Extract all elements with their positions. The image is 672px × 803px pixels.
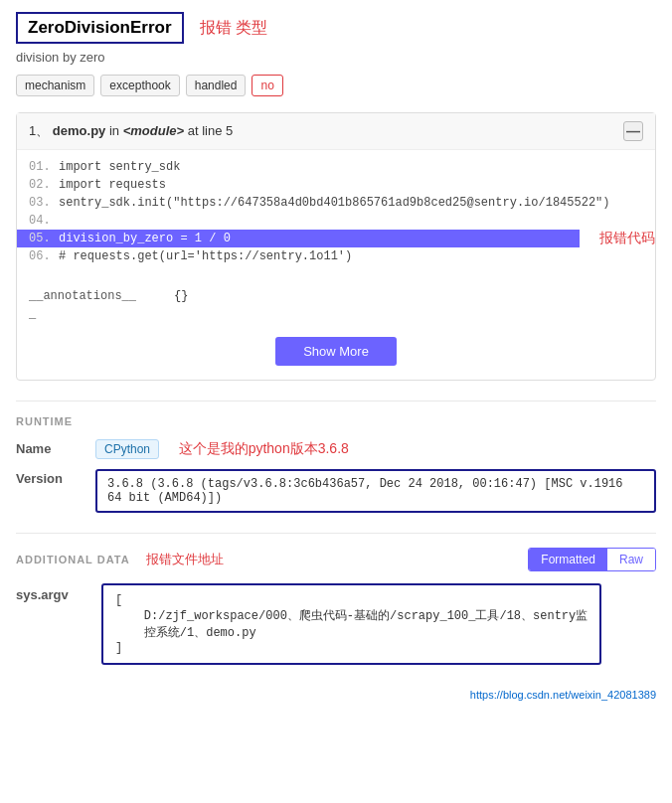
handled-tag[interactable]: handled	[186, 75, 247, 96]
trace-index: 1、	[29, 123, 49, 138]
sysargv-line1: [	[115, 593, 588, 607]
tags-row: mechanism excepthook handled no	[16, 75, 656, 96]
additional-annotation: 报错文件地址	[146, 551, 224, 568]
code-line-02: 02. import requests	[17, 176, 655, 194]
formatted-button[interactable]: Formatted	[529, 549, 607, 570]
code-line-03: 03. sentry_sdk.init("https://647358a4d0b…	[17, 194, 655, 212]
code-line-06: 06. # requests.get(url='https://sentry.1…	[17, 247, 655, 265]
line-num-03: 03.	[29, 196, 59, 210]
sysargv-line2: D:/zjf_workspace/000、爬虫代码-基础的/scrapy_100…	[115, 607, 588, 624]
error-code-annotation: 报错代码	[599, 230, 655, 247]
annotations-value: {}	[174, 289, 188, 303]
line-content-05: division_by_zero = 1 / 0	[59, 232, 231, 245]
collapse-button[interactable]: —	[623, 121, 643, 141]
trace-filename: demo.py	[53, 123, 105, 138]
error-title: ZeroDivisionError	[16, 12, 184, 44]
trace-in: in	[109, 123, 123, 138]
additional-data-header: ADDITIONAL DATA 报错文件地址 Formatted Raw	[16, 548, 656, 571]
annotations-var: __annotations__ {}	[29, 287, 643, 305]
handled-value: no	[252, 75, 282, 96]
underscore-var: _	[29, 305, 643, 323]
runtime-name-row: Name CPython 这个是我的python版本3.6.8	[16, 439, 656, 459]
runtime-name-label: Name	[16, 439, 95, 456]
line-num-05: 05.	[29, 232, 59, 245]
sysargv-label: sys.argv	[16, 583, 85, 602]
trace-at-line: at line	[188, 123, 226, 138]
line-num-02: 02.	[29, 178, 59, 192]
trace-header-text: 1、 demo.py in <module> at line 5	[29, 122, 233, 140]
trace-header: 1、 demo.py in <module> at line 5 —	[17, 113, 655, 150]
runtime-section: RUNTIME Name CPython 这个是我的python版本3.6.8 …	[16, 401, 656, 513]
underscore-name: _	[29, 307, 158, 321]
code-variables: __annotations__ {} _	[17, 281, 655, 327]
footer-url: https://blog.csdn.net/weixin_42081389	[470, 689, 656, 701]
trace-card: 1、 demo.py in <module> at line 5 — 01. i…	[16, 112, 656, 381]
code-area: 01. import sentry_sdk 02. import request…	[17, 150, 655, 273]
runtime-name-value-container: CPython 这个是我的python版本3.6.8	[95, 439, 656, 459]
additional-header-left: ADDITIONAL DATA 报错文件地址	[16, 551, 224, 568]
line-num-01: 01.	[29, 160, 59, 174]
annotations-name: __annotations__	[29, 289, 158, 303]
mechanism-tag[interactable]: mechanism	[16, 75, 94, 96]
runtime-version-row: Version 3.6.8 (3.6.8 (tags/v3.6.8:3c6b43…	[16, 469, 656, 513]
line-content-03: sentry_sdk.init("https://647358a4d0bd401…	[59, 196, 610, 210]
additional-divider	[16, 533, 656, 534]
trace-module: <module>	[123, 123, 184, 138]
raw-button[interactable]: Raw	[607, 549, 655, 570]
page-footer: https://blog.csdn.net/weixin_42081389	[16, 685, 656, 701]
excepthook-tag[interactable]: excepthook	[100, 75, 179, 96]
line-num-06: 06.	[29, 249, 59, 263]
line-content-01: import sentry_sdk	[59, 160, 180, 174]
format-toggle: Formatted Raw	[528, 548, 656, 571]
additional-section-title: ADDITIONAL DATA	[16, 554, 130, 565]
show-more-container: Show More	[17, 327, 655, 380]
runtime-version-box: 3.6.8 (3.6.8 (tags/v3.6.8:3c6b436a57, De…	[95, 469, 656, 513]
line-content-06: # requests.get(url='https://sentry.1o11'…	[59, 249, 352, 263]
trace-line-number: 5	[226, 123, 233, 138]
line-content-02: import requests	[59, 178, 166, 192]
show-more-button[interactable]: Show More	[275, 337, 397, 366]
runtime-version-value-container: 3.6.8 (3.6.8 (tags/v3.6.8:3c6b436a57, De…	[95, 469, 656, 513]
error-type-label: 报错 类型	[200, 18, 267, 39]
sysargv-line3: 控系统/1、demo.py	[115, 624, 588, 641]
code-line-01: 01. import sentry_sdk	[17, 158, 655, 176]
runtime-version-label: Version	[16, 469, 95, 486]
runtime-divider	[16, 401, 656, 402]
additional-data-section: ADDITIONAL DATA 报错文件地址 Formatted Raw sys…	[16, 533, 656, 665]
code-line-04: 04.	[17, 212, 655, 230]
python-version-annotation: 这个是我的python版本3.6.8	[179, 440, 349, 456]
error-subtitle: division by zero	[16, 50, 656, 65]
runtime-section-title: RUNTIME	[16, 415, 656, 427]
line-num-04: 04.	[29, 214, 59, 228]
runtime-name-value: CPython	[95, 439, 159, 459]
code-line-05: 05. division_by_zero = 1 / 0	[17, 230, 580, 247]
sysargv-row: sys.argv [ D:/zjf_workspace/000、爬虫代码-基础的…	[16, 583, 656, 665]
sysargv-line4: ]	[115, 641, 588, 655]
sysargv-value: [ D:/zjf_workspace/000、爬虫代码-基础的/scrapy_1…	[101, 583, 601, 665]
